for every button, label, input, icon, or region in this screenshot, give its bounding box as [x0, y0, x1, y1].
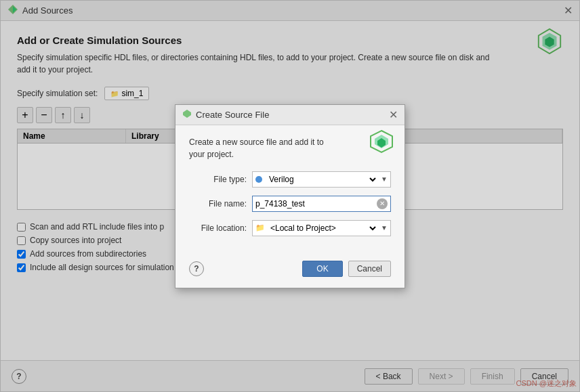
- svg-marker-5: [183, 110, 191, 118]
- dialog-footer: ? OK Cancel: [175, 255, 405, 288]
- dialog-overlay: Create Source File ✕ Create a new source…: [1, 1, 579, 391]
- file-location-control[interactable]: 📁 <Local to Project> ▼: [252, 220, 391, 236]
- file-type-control[interactable]: Verilog VHDL SystemVerilog ▼: [252, 171, 391, 188]
- file-name-label: File name:: [189, 199, 247, 209]
- dialog-body: Create a new source file and add it to y…: [175, 125, 405, 255]
- dialog-title-left: Create Source File: [182, 109, 269, 121]
- file-name-control[interactable]: ✕: [252, 196, 391, 212]
- file-type-row: File type: Verilog VHDL SystemVerilog ▼: [189, 171, 391, 188]
- location-folder-icon: 📁: [255, 223, 265, 232]
- file-name-row: File name: ✕: [189, 196, 391, 212]
- create-source-dialog: Create Source File ✕ Create a new source…: [175, 104, 405, 288]
- dialog-ok-button[interactable]: OK: [302, 261, 342, 277]
- file-type-label: File type:: [189, 175, 247, 184]
- dialog-footer-left: ?: [189, 261, 204, 276]
- file-location-label: File location:: [189, 223, 247, 233]
- dialog-title-text: Create Source File: [196, 110, 269, 120]
- clear-filename-button[interactable]: ✕: [377, 198, 388, 209]
- file-name-input[interactable]: [255, 199, 377, 209]
- file-location-row: File location: 📁 <Local to Project> ▼: [189, 220, 391, 236]
- dialog-description: Create a new source file and add it to y…: [189, 136, 338, 160]
- file-type-select[interactable]: Verilog VHDL SystemVerilog: [266, 174, 378, 185]
- dialog-title-bar: Create Source File ✕: [175, 105, 405, 125]
- dialog-footer-right: OK Cancel: [302, 261, 391, 277]
- file-type-arrow: ▼: [381, 175, 388, 183]
- file-location-select[interactable]: <Local to Project>: [268, 223, 378, 234]
- dialog-logo: [369, 129, 394, 156]
- file-location-arrow: ▼: [381, 224, 388, 232]
- dialog-help-button[interactable]: ?: [189, 261, 204, 276]
- dialog-close-button[interactable]: ✕: [389, 108, 398, 121]
- verilog-dot: [255, 176, 262, 183]
- main-window: Add Sources ✕ Add or Create Simulation S…: [0, 0, 580, 392]
- dialog-cancel-button[interactable]: Cancel: [348, 261, 391, 277]
- dialog-icon: [182, 109, 192, 121]
